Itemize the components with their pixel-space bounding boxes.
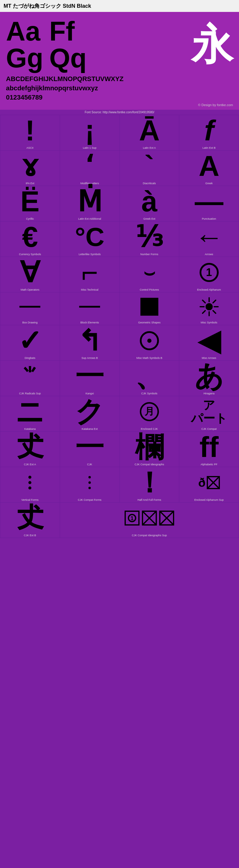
cell-latinextb: f Latin Ext B [179, 115, 239, 151]
label-dingbats: Dingbats [0, 356, 60, 360]
label-katakanaext: Katakana Ext [60, 428, 120, 430]
char-enclosedal: 1 [200, 263, 219, 282]
char-latinexta: Ā [139, 116, 160, 145]
cell-cyrillic: Ё Cyrillic [0, 186, 60, 221]
char-cjkexta: 𠀋 [16, 433, 44, 461]
char-miscarrows: ◀ [198, 327, 220, 355]
char-ascii: ! [25, 116, 35, 145]
cell-letterlike: °C Letterlike Symbols [60, 221, 120, 257]
char-misctechnical: ⌐ [81, 258, 98, 287]
label-katakana: Katakana [0, 428, 60, 430]
cell-greekext: à Greek Ext [120, 186, 180, 221]
label-latinextb: Latin Ext B [179, 146, 239, 149]
label-numberforms: Number Forms [120, 253, 179, 256]
cell-punctuation: — Punctuation [179, 186, 239, 221]
cell-katakanaext: ク Katakana Ext [60, 396, 120, 432]
label-currency: Currency Symbols [0, 253, 60, 256]
cell-alphabeticpf: ff Alphabetic PF [179, 432, 239, 467]
cell-cjkcompatforms: CJK Compat Forms [60, 467, 120, 502]
char-miscmathb [140, 331, 159, 350]
label-punctuation: Punctuation [179, 217, 239, 220]
label-miscsymbols: Misc Symbols [179, 321, 239, 324]
cell-arrows: ← Arrows [179, 221, 239, 257]
cell-currency: € Currency Symbols [0, 221, 60, 257]
design-credit: © Design by fontke.com [198, 103, 233, 107]
cell-cjkextb: 𠀋 CJK Ext B [0, 502, 60, 538]
label-ipaext: IPA Ext [0, 182, 60, 185]
label-ascii: ASCII [0, 146, 60, 149]
cell-suparrowsb: ↰ Sup Arrows B [60, 325, 120, 361]
char-cyrillic: Ё [20, 187, 39, 216]
cell-kangxi: 一 Kangxi [60, 361, 120, 396]
hero-letter-qq: Qq [49, 45, 87, 71]
svg-line-5 [203, 300, 205, 303]
hero-digits: 0123456789 [6, 93, 233, 102]
cell-halffulls: ！ Half And Full Forms [120, 467, 180, 502]
cell-numberforms: ⅓ Number Forms [120, 221, 180, 257]
char-latin1sup: ¡ [85, 116, 95, 145]
cell-ipaext: ɤ IPA Ext [0, 151, 60, 186]
label-cjk: CJK [60, 463, 120, 466]
char-greekext: à [141, 187, 157, 216]
char-punctuation: — [195, 187, 223, 216]
char-mathop: ∀ [20, 258, 40, 287]
font-source: Font Source: http://www.fontke.com/font/… [0, 110, 239, 115]
label-latinextadd: Latin Ext Additional [60, 217, 120, 220]
label-geoshapes: Geometric Shapes [120, 321, 179, 324]
cell-greek: Α Greek [179, 151, 239, 186]
cell-latinextadd: Ṁ Latin Ext Additional [60, 186, 120, 221]
character-grid: ! ASCII ¡ Latin 1 Sup Ā Latin Ext A f La… [0, 115, 239, 538]
cell-cjkcompatideosupp: 1 CJK Compat Ideographs Sup [60, 502, 239, 538]
cell-enclosedcjk: 月 Enclosed CJK [120, 396, 180, 432]
label-miscarrows: Misc Arrows [179, 356, 239, 360]
cell-diacriticals: ` Diacriticals [120, 151, 180, 186]
char-latinextb: f [204, 116, 214, 145]
label-cjkcompatideo: CJK Compat Ideographs [120, 463, 179, 466]
cell-cjkcompat: アパート CJK Compat [179, 396, 239, 432]
char-boxdrawing [20, 306, 40, 308]
label-cjkcompatideosupp: CJK Compat Ideographs Sup [60, 534, 239, 537]
svg-line-8 [203, 311, 205, 313]
char-cjkextb: 𠀋 [16, 504, 44, 532]
svg-line-6 [213, 311, 216, 313]
label-letterlike: Letterlike Symbols [60, 253, 120, 256]
cell-latin1sup: ¡ Latin 1 Sup [60, 115, 120, 151]
label-suparrowsb: Sup Arrows B [60, 356, 120, 360]
hero-section: Aa Gg Ff Qq 永 ABCDEFGHIJKLMNOPQRSTUVWXYZ… [0, 12, 239, 110]
label-arrows: Arrows [179, 253, 239, 256]
hero-kanji: 永 [191, 24, 233, 66]
label-cjkexta: CJK Ext A [0, 463, 60, 466]
cell-cjksymbols: 、 CJK Symbols [120, 361, 180, 396]
svg-line-7 [213, 300, 216, 303]
char-halffulls: ！ [135, 468, 164, 497]
label-modifier: Modifier Letters [60, 182, 120, 185]
hero-upper: ABCDEFGHIJKLMNOPQRSTUVWXYZ [6, 74, 233, 84]
char-greek: Α [199, 152, 219, 180]
char-verticalforms [28, 473, 31, 492]
cell-dingbats: ✓ Dingbats [0, 325, 60, 361]
char-alphabeticpf: ff [200, 433, 219, 461]
label-enclosedcjk: Enclosed CJK [120, 428, 179, 430]
label-blockelements: Block Elements [60, 321, 120, 324]
char-hiragana: あ [194, 362, 224, 391]
label-halffulls: Half And Full Forms [120, 498, 179, 501]
hero-letter-gg: Gg [6, 45, 43, 71]
char-miscsymbols [199, 296, 219, 317]
cell-miscarrows: ◀ Misc Arrows [179, 325, 239, 361]
cell-verticalforms: Vertical Forms [0, 467, 60, 502]
char-katakanaext: ク [75, 397, 104, 426]
char-letterlike: °C [75, 224, 105, 250]
hero-letter-ff: Ff [49, 18, 87, 45]
cell-blockelements: Block Elements [60, 292, 120, 325]
label-cyrillic: Cyrillic [0, 217, 60, 220]
cell-mathop: ∀ Math Operators [0, 257, 60, 292]
char-enclosedalsupp: ð [198, 476, 219, 490]
cell-misctechnical: ⌐ Misc Technical [60, 257, 120, 292]
label-enclosedalsupp: Enclosed Alphanum Sup [179, 498, 239, 501]
label-mathop: Math Operators [0, 288, 60, 291]
char-cjkcompatideo: 欄 [135, 433, 164, 461]
cell-latinexta: Ā Latin Ext A [120, 115, 180, 151]
char-blockelements [79, 306, 100, 308]
cell-geoshapes: Geometric Shapes [120, 292, 180, 325]
cell-katakana: ニ Katakana [0, 396, 60, 432]
